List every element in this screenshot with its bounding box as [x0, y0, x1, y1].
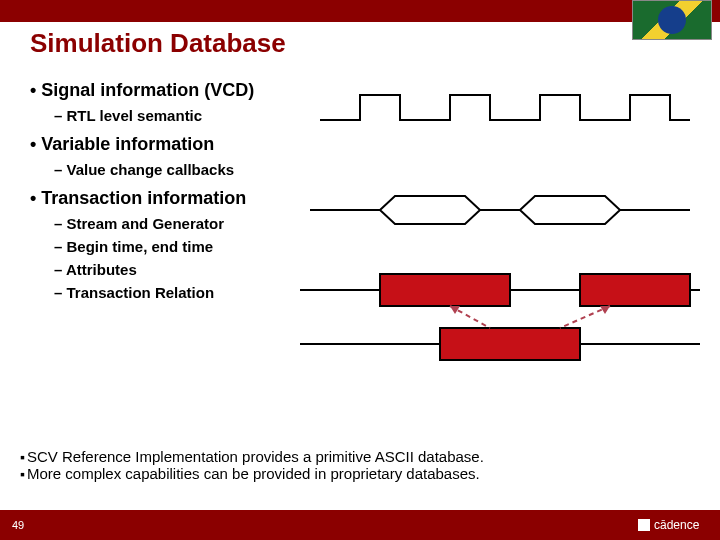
slide-title: Simulation Database — [30, 28, 286, 59]
value-change-diagram-icon — [310, 192, 690, 228]
page-number: 49 — [12, 519, 24, 531]
svg-rect-6 — [380, 274, 510, 306]
svg-marker-3 — [520, 196, 620, 224]
footer-line-1: SCV Reference Implementation provides a … — [20, 448, 700, 465]
svg-rect-17 — [638, 519, 650, 531]
subbullet-time: Begin time, end time — [54, 238, 690, 255]
subbullet-callbacks: Value change callbacks — [54, 161, 690, 178]
slide: Simulation Database Signal information (… — [0, 0, 720, 540]
signal-waveform-icon — [320, 90, 690, 130]
svg-rect-8 — [580, 274, 690, 306]
svg-rect-11 — [440, 328, 580, 360]
svg-marker-1 — [380, 196, 480, 224]
transaction-diagram-icon — [300, 272, 700, 362]
footer-notes: SCV Reference Implementation provides a … — [20, 448, 700, 482]
footer-line-2: More complex capabilities can be provide… — [20, 465, 700, 482]
bullet-variable: Variable information — [30, 134, 690, 155]
svg-text:cādence: cādence — [654, 518, 700, 532]
cadence-logo-icon: cādence — [638, 517, 708, 533]
bottom-bar: 49 cādence — [0, 510, 720, 540]
brazil-flag-icon — [632, 0, 712, 40]
top-red-bar — [0, 0, 720, 22]
